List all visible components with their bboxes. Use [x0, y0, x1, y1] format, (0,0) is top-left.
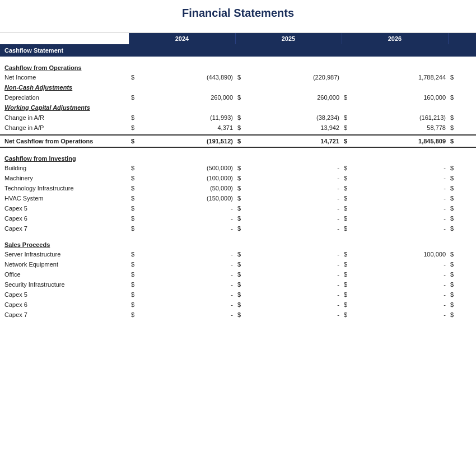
working-capital-label: Working Capital Adjustments — [0, 102, 476, 113]
network-eq-label: Network Equipment — [0, 259, 129, 269]
spacer-4 — [0, 234, 476, 238]
machinery-row: Machinery $ (100,000) $ - $ - $ - $ - $ … — [0, 173, 476, 183]
year-2026: 2026 — [342, 33, 448, 45]
hvac-row: HVAC System $ (150,000) $ - $ - $ - $ - … — [0, 193, 476, 203]
depreciation-label: Depreciation — [0, 92, 129, 102]
date-header-row: 12/31/2023 1/31/2024 2/29/2024 3/31/ — [0, 24, 476, 33]
net-cashflow-ops-row: Net Cashflow from Operations $ (191,512)… — [0, 135, 476, 147]
server-infra-row: Server Infrastructure $ - $ - $ 100,000 … — [0, 249, 476, 259]
capex6-sp-row: Capex 6 $ - $ - $ - $ - $ - $ - $ - — [0, 300, 476, 310]
change-ar-label: Change in A/R — [0, 113, 129, 123]
working-capital-row: Working Capital Adjustments — [0, 102, 476, 113]
spacer-1 — [0, 57, 476, 61]
operations-subheader: Cashflow from Operations — [0, 61, 476, 72]
net-cashflow-ops-label: Net Cashflow from Operations — [0, 135, 129, 147]
change-ar-row: Change in A/R $ (11,993) $ (38,234) $ (1… — [0, 113, 476, 123]
capex5-inv-label: Capex 5 — [0, 203, 129, 213]
tech-infra-row: Technology Infrastructure $ (50,000) $ -… — [0, 183, 476, 193]
building-label: Building — [0, 163, 129, 173]
year-2027: 2027 — [448, 33, 476, 45]
depreciation-row: Depreciation $ 260,000 $ 260,000 $ 160,0… — [0, 92, 476, 102]
capex6-inv-label: Capex 6 — [0, 213, 129, 223]
net-income-label: Net Income — [0, 72, 129, 82]
page-title: Financial Statements — [0, 0, 476, 24]
security-infra-label: Security Infrastructure — [0, 279, 129, 290]
spacer-3 — [0, 147, 476, 152]
non-cash-row: Non-Cash Adjustments — [0, 82, 476, 92]
capex6-sp-label: Capex 6 — [0, 300, 129, 310]
server-infra-label: Server Infrastructure — [0, 249, 129, 259]
non-cash-label: Non-Cash Adjustments — [0, 82, 476, 92]
change-ap-row: Change in A/P $ 4,371 $ 13,942 $ 58,778 … — [0, 123, 476, 133]
capex7-inv-row: Capex 7 $ - $ - $ - $ - $ - $ - $ - — [0, 223, 476, 234]
year-2024: 2024 — [129, 33, 235, 45]
security-infra-row: Security Infrastructure $ - $ - $ - $ - … — [0, 279, 476, 290]
office-label: Office — [0, 269, 129, 279]
year-header-row: 2024 2025 2026 2027 2028 1 2 — [0, 33, 476, 45]
hvac-label: HVAC System — [0, 193, 129, 203]
net-income-row: Net Income $ (443,890) $ (220,987) 1,788… — [0, 72, 476, 82]
sales-proceeds-subheader: Sales Proceeds — [0, 238, 476, 249]
network-eq-row: Network Equipment $ - $ - $ - $ - $ 30,0… — [0, 259, 476, 269]
machinery-label: Machinery — [0, 173, 129, 183]
capex7-sp-label: Capex 7 — [0, 310, 129, 320]
cashflow-statement-header: Cashflow Statement — [0, 44, 476, 57]
change-ap-label: Change in A/P — [0, 123, 129, 133]
capex5-inv-row: Capex 5 $ - $ - $ - $ - $ - $ - $ - — [0, 203, 476, 213]
tech-infra-label: Technology Infrastructure — [0, 183, 129, 193]
spacer-5 — [0, 320, 476, 324]
building-row: Building $ (500,000) $ - $ - $ - $ - $ (… — [0, 163, 476, 173]
capex5-sp-label: Capex 5 — [0, 290, 129, 300]
capex7-sp-row: Capex 7 $ - $ - $ - $ - $ - $ - $ - — [0, 310, 476, 320]
investing-subheader: Cashflow from Investing — [0, 152, 476, 163]
capex7-inv-label: Capex 7 — [0, 223, 129, 234]
office-row: Office $ - $ - $ - $ - $ 15,000 $ - $ - — [0, 269, 476, 279]
year-2025: 2025 — [235, 33, 342, 45]
capex5-sp-row: Capex 5 $ - $ - $ - $ - $ - $ - $ - — [0, 290, 476, 300]
capex6-inv-row: Capex 6 $ - $ - $ - $ - $ - $ - $ - — [0, 213, 476, 223]
